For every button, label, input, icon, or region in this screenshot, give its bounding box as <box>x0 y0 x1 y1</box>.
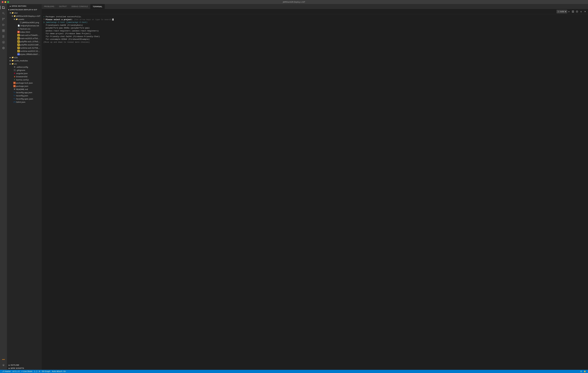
tree-item-polyfills-es2015[interactable]: JS polyfills-es2015.b6fe2b19564e29c5d5..… <box>7 43 42 46</box>
new-terminal-btn[interactable]: + <box>567 10 571 13</box>
activity-search[interactable] <box>1 11 6 16</box>
terminal-dropdown[interactable]: 1: node ▼ <box>556 10 567 13</box>
svg-point-18 <box>3 42 4 43</box>
tree-item-tsconfig-app[interactable]: T≈ tsconfig.app.json <box>7 91 42 94</box>
liveshare-status[interactable]: ↗ Live Share <box>20 370 33 373</box>
activity-extensions[interactable] <box>1 28 6 33</box>
tree-item-polyfills-es5[interactable]: JS polyfills-es5.c37fe59933ea3485a8c8.js <box>7 40 42 43</box>
bell-status[interactable]: 🔔 <box>583 370 587 373</box>
tab-terminal[interactable]: TERMINAL <box>90 4 105 9</box>
kill-terminal-btn[interactable] <box>575 10 579 13</box>
activity-source-control[interactable] <box>1 17 6 22</box>
gitgraph-status[interactable]: Git Graph <box>41 370 51 373</box>
src-label: src <box>14 63 17 65</box>
gitgraph-label: Git Graph <box>42 370 50 373</box>
tree-item-package-json[interactable]: {} package.json <box>7 84 42 88</box>
tab-problems[interactable]: PROBLEMS <box>42 4 57 9</box>
smiley-icon: ☺ <box>580 370 582 373</box>
tree-item-package-lock[interactable]: {} package-lock.json <box>7 81 42 84</box>
src-chevron: ▶ <box>9 63 11 65</box>
errors-count: 0 <box>14 370 16 373</box>
explorer-root-header[interactable]: ▼ JAMSTACKGR-DEPLOY-V-GIT <box>7 8 42 11</box>
tree-item-styles-css[interactable]: CSS styles.3ff695c00d717f2d2a11.css <box>7 53 42 56</box>
tsconfig-label: tsconfig.json <box>16 95 28 97</box>
tab-debug-label: DEBUG CONSOLE <box>72 5 88 8</box>
tab-output[interactable]: OUTPUT <box>57 4 69 9</box>
tree-item-angular-json[interactable]: A angular.json <box>7 72 42 75</box>
tree-item-runtime-es2015[interactable]: JS runtime-es2015.52756d3ab8e6582f0... <box>7 50 42 53</box>
html-badge: H <box>17 31 20 33</box>
activity-bar: aws <box>0 4 7 370</box>
close-button[interactable] <box>2 1 3 3</box>
svg-rect-9 <box>2 30 3 31</box>
tree-item-assets[interactable]: ▼ 📁 assets <box>7 18 42 21</box>
tab-problems-label: PROBLEMS <box>44 5 54 8</box>
npm-chevron: ▶ <box>9 367 10 369</box>
activity-explorer[interactable] <box>1 5 6 10</box>
tree-item-karma[interactable]: K karma.conf.js <box>7 78 42 81</box>
terminal-actions: + ∨ ✕ <box>567 10 587 13</box>
assets-label: assets <box>18 18 24 21</box>
more-actions-btn[interactable]: ∨ <box>579 10 583 13</box>
tree-item-tsconfig-spec[interactable]: T≈ tsconfig.spec.json <box>7 97 42 100</box>
close-panel-btn[interactable]: ✕ <box>583 10 587 13</box>
branch-status[interactable]: ⎇ master <box>1 370 11 373</box>
minimize-button[interactable] <box>4 1 6 3</box>
terminal-line-7: fir-demo-project (Firebase Demo Project) <box>43 32 586 35</box>
activity-aws[interactable]: aws <box>1 357 6 362</box>
terminal-line-4: friendlyeats-bab58 (FriendlyEats) <box>43 24 586 27</box>
terminal-content[interactable]: ✓ Packages installed successfully. ? Ple… <box>42 14 588 370</box>
tab-debug-console[interactable]: DEBUG CONSOLE <box>69 4 90 9</box>
js-badge-3: JS <box>17 40 20 43</box>
tree-item-ico[interactable]: ⬛ favicon.ico <box>7 27 42 30</box>
js-badge-1: JS <box>17 34 20 36</box>
smiley-status[interactable]: ☺ <box>579 370 583 373</box>
tree-item-txt[interactable]: 📄 3rdpartylicenses.txt <box>7 24 42 27</box>
jamstack-subfolder-chevron: ▼ <box>11 15 13 17</box>
outline-section-header[interactable]: ▶ OUTLINE <box>7 363 42 367</box>
explorer-root-chevron: ▼ <box>8 9 10 10</box>
autoattach-status[interactable]: Auto Attach: On <box>51 370 67 373</box>
tree-item-readme[interactable]: M README.md <box>7 88 42 91</box>
activity-bar-bottom: aws <box>1 357 6 370</box>
tab-output-label: OUTPUT <box>59 5 67 8</box>
tree-item-gitignore[interactable]: ⬛ .gitignore <box>7 69 42 72</box>
open-editors-header[interactable]: ▶ OPEN EDITORS <box>7 4 42 8</box>
svg-point-0 <box>2 12 4 14</box>
tree-item-e2e[interactable]: ▶ 📁 e2e <box>7 56 42 59</box>
tree-item-png[interactable]: ⬛ JAMStackGR2.png <box>7 21 42 24</box>
activity-file2[interactable] <box>1 34 6 39</box>
readme-label: README.md <box>16 88 28 90</box>
svg-rect-21 <box>573 11 574 12</box>
angular-icon: A <box>13 72 16 74</box>
tree-item-src[interactable]: ▶ 📁 src <box>7 62 42 65</box>
tree-item-main-es2015[interactable]: JS main-es2015.e75de05074fa8accf571.js <box>7 37 42 40</box>
editorconfig-icon: ⚙ <box>13 66 16 68</box>
maximize-button[interactable] <box>7 1 9 3</box>
warnings-count: 0 <box>18 370 20 373</box>
dist-chevron: ▼ <box>9 12 11 14</box>
activity-remote[interactable] <box>1 45 6 51</box>
tree-item-dist[interactable]: ▼ 📁 dist <box>7 11 42 14</box>
npm-scripts-header[interactable]: ▶ NPM SCRIPTS <box>7 367 42 370</box>
errors-status[interactable]: ⊘ 0 ⚠ 0 <box>11 370 20 373</box>
tree-item-editorconfig[interactable]: ⚙ .editorconfig <box>7 65 42 69</box>
split-terminal-btn[interactable] <box>571 10 575 13</box>
package-json-label: package.json <box>16 85 28 87</box>
tree-item-runtime-es5[interactable]: JS runtime-es5.52756d3ab8e6582f0541.js <box>7 46 42 50</box>
dist-folder-icon: 📁 <box>11 12 14 14</box>
braces-status[interactable]: {..} : 6 <box>33 370 41 373</box>
tree-item-main-es5[interactable]: JS main-es5.e75de05074fa8accf571.js <box>7 34 42 37</box>
tree-item-jamstack-subfolder[interactable]: ▼ 📁 JAMStackGR-Deploy-v-GIT <box>7 14 42 18</box>
karma-icon: K <box>13 79 16 81</box>
activity-settings[interactable] <box>1 363 6 368</box>
activity-gitlens[interactable] <box>1 40 6 45</box>
activity-debug[interactable] <box>1 22 6 28</box>
tree-item-tslint[interactable]: {T} tslint.json <box>7 100 42 104</box>
tree-item-node-modules[interactable]: ▶ 📁 node_modules <box>7 59 42 62</box>
tree-item-browserslist[interactable]: ◉ browserslist <box>7 75 42 78</box>
tree-item-index-html[interactable]: H index.html <box>7 30 42 34</box>
title-bar: JAMStackGR-Deploy-v-GIT <box>0 0 588 4</box>
npm-scripts-label: NPM SCRIPTS <box>10 367 24 369</box>
tree-item-tsconfig[interactable]: T≈ tsconfig.json <box>7 94 42 97</box>
